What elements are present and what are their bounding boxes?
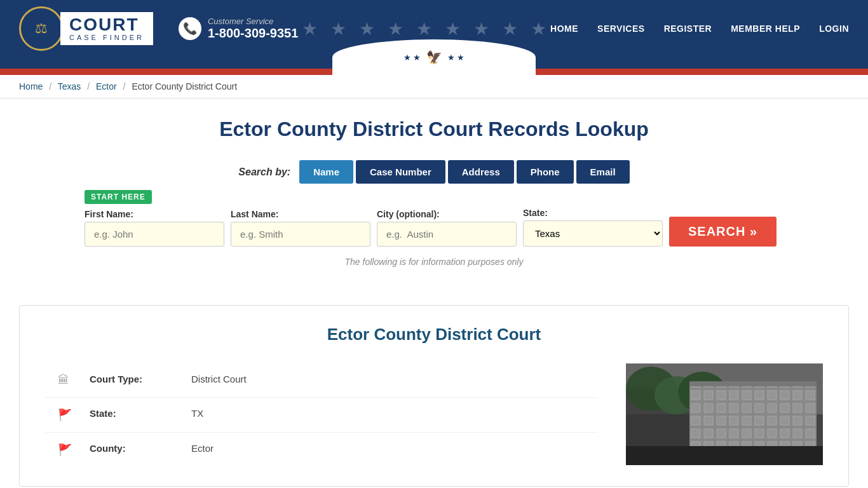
search-button[interactable]: SEARCH » [669,217,776,247]
state-row: 🚩 State: TX [45,398,598,433]
county-icon: 🚩 [58,443,77,457]
state-value: TX [191,408,203,419]
court-card: Ector County District Court 🏛 Court Type… [19,305,849,487]
breadcrumb-sep-3: / [123,81,126,92]
court-type-row: 🏛 Court Type: District Court [45,363,598,398]
logo-case-finder-label: CASE FINDER [69,34,144,41]
logo-text: COURT CASE FINDER [60,12,153,45]
page-title: Ector County District Court Records Look… [19,118,849,141]
nav-services[interactable]: SERVICES [597,24,645,34]
nav-login[interactable]: LOGIN [819,24,849,34]
state-group: State: Texas AlabamaAlaskaArizona Arkans… [523,208,663,247]
last-name-input[interactable] [231,222,370,247]
court-card-inner: 🏛 Court Type: District Court 🚩 State: TX… [45,363,823,467]
customer-service: 📞 Customer Service 1-800-309-9351 [179,17,298,41]
breadcrumb-texas[interactable]: Texas [58,81,81,92]
logo-icon: ⚖ [19,6,64,51]
state-icon: 🚩 [58,408,77,422]
breadcrumb: Home / Texas / Ector / Ector County Dist… [0,75,868,98]
arch-banner: ★ ★ 🦅 ★ ★ [0,57,868,69]
city-group: City (optional): [377,209,517,247]
county-label: County: [90,443,191,454]
info-note: The following is for information purpose… [19,257,849,267]
customer-service-phone: 1-800-309-9351 [208,26,298,41]
last-name-group: Last Name: [231,209,370,247]
city-label: City (optional): [377,209,517,219]
search-by-label: Search by: [238,166,290,178]
breadcrumb-sep-2: / [87,81,90,92]
court-card-title: Ector County District Court [45,325,823,344]
court-info-left: 🏛 Court Type: District Court 🚩 State: TX… [45,363,607,467]
court-type-label: Court Type: [90,374,191,384]
eagle-area: ★ ★ 🦅 ★ ★ [403,50,465,65]
breadcrumb-ector[interactable]: Ector [96,81,117,92]
court-type-icon: 🏛 [58,374,77,387]
start-here-badge: START HERE [85,190,152,204]
search-section: Search by: Name Case Number Address Phon… [19,160,849,267]
tab-case-number[interactable]: Case Number [356,160,445,184]
state-select[interactable]: Texas AlabamaAlaskaArizona ArkansasCalif… [523,220,663,247]
first-name-input[interactable] [85,222,224,247]
logo-court-label: COURT [69,16,144,34]
search-form-row: First Name: Last Name: City (optional): … [85,208,783,247]
tab-email[interactable]: Email [576,160,630,184]
last-name-label: Last Name: [231,209,370,219]
first-name-label: First Name: [85,209,224,219]
svg-rect-11 [689,381,817,386]
search-form-container: START HERE First Name: Last Name: City (… [85,190,783,247]
nav-member-help[interactable]: MEMBER HELP [731,24,800,34]
breadcrumb-current: Ector County District Court [132,81,237,92]
breadcrumb-home[interactable]: Home [19,81,43,92]
logo[interactable]: ⚖ COURT CASE FINDER [19,6,153,51]
nav-register[interactable]: REGISTER [664,24,712,34]
phone-icon: 📞 [179,17,201,40]
main-nav: HOME SERVICES REGISTER MEMBER HELP LOGIN [550,24,849,34]
court-building-image [626,363,823,465]
breadcrumb-sep-1: / [49,81,51,92]
main-content: Ector County District Court Records Look… [0,98,868,292]
tab-phone[interactable]: Phone [517,160,574,184]
tab-address[interactable]: Address [448,160,514,184]
city-input[interactable] [377,222,517,247]
customer-service-label: Customer Service [208,17,298,26]
tab-name[interactable]: Name [299,160,353,184]
svg-rect-12 [626,446,823,465]
nav-home[interactable]: HOME [550,24,578,34]
county-value: Ector [191,443,214,454]
search-by-row: Search by: Name Case Number Address Phon… [19,160,849,184]
arch-white: ★ ★ 🦅 ★ ★ [332,39,536,75]
first-name-group: First Name: [85,209,224,247]
court-type-value: District Court [191,374,247,384]
county-row: 🚩 County: Ector [45,433,598,467]
state-label-row: State: [90,408,191,419]
state-label: State: [523,208,663,218]
